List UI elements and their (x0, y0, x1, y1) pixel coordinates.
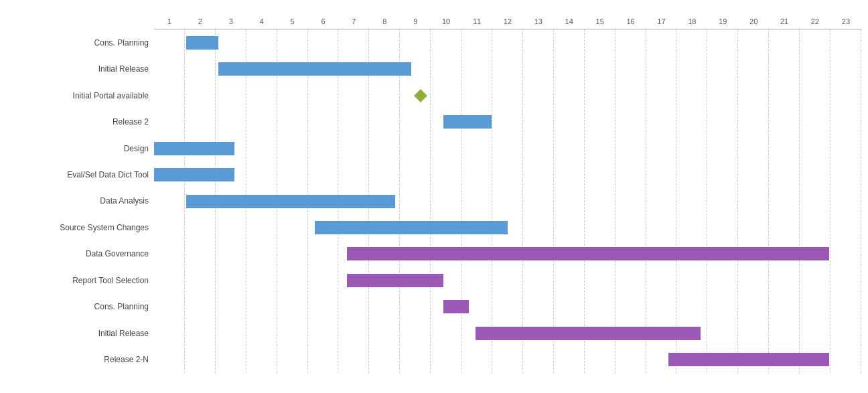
gantt-bar-blue (154, 142, 234, 155)
gantt-bar-blue (154, 168, 234, 181)
axis-cell: 21 (769, 13, 800, 29)
row-label: Data Analysis (7, 189, 154, 213)
bar-row (154, 82, 861, 108)
axis-cell: 23 (830, 13, 861, 29)
gantt-bar-blue (315, 221, 508, 234)
row-label: Data Governance (7, 242, 154, 266)
axis-cell: 5 (277, 13, 308, 29)
axis-cell: 1 (154, 13, 185, 29)
axis-cell: 10 (431, 13, 461, 29)
row-label: Cons. Planning (7, 295, 154, 319)
bar-row (154, 347, 861, 373)
axis-cell: 2 (185, 13, 216, 29)
bar-row (154, 294, 861, 320)
gantt-bar-purple (347, 247, 829, 260)
gantt-bar-blue (186, 195, 395, 208)
axis-cell: 11 (461, 13, 492, 29)
gantt-bar-blue (186, 36, 218, 50)
axis-cell: 13 (523, 13, 554, 29)
row-label: Release 2-N (7, 347, 154, 372)
gantt-bar-blue (443, 115, 492, 129)
row-label: Source System Changes (7, 216, 154, 240)
bars-rows (154, 29, 861, 373)
axis-row: 1234567891011121314151617181920212223 (154, 13, 861, 29)
row-label: Report Tool Selection (7, 268, 154, 293)
axis-cell: 22 (800, 13, 830, 29)
axis-cell: 15 (585, 13, 616, 29)
bar-row (154, 108, 861, 135)
bar-row (154, 188, 861, 214)
bar-row (154, 29, 861, 56)
axis-cell: 20 (738, 13, 769, 29)
bar-row (154, 56, 861, 82)
row-label: Eval/Sel Data Dict Tool (7, 163, 154, 187)
bar-row (154, 214, 861, 240)
chart-container: Cons. PlanningInitial ReleaseInitial Por… (0, 0, 868, 393)
axis-cell: 6 (308, 13, 339, 29)
labels-column: Cons. PlanningInitial ReleaseInitial Por… (7, 13, 154, 373)
row-label: Initial Release (7, 57, 154, 81)
row-label: Cons. Planning (7, 31, 154, 55)
axis-cell: 4 (246, 13, 277, 29)
axis-cell: 3 (216, 13, 246, 29)
axis-cell: 16 (616, 13, 646, 29)
bar-row (154, 241, 861, 267)
row-label: Initial Portal available (7, 84, 154, 108)
gantt-column: 1234567891011121314151617181920212223 (154, 13, 861, 373)
axis-cell: 19 (707, 13, 738, 29)
gantt-bar-purple (668, 353, 829, 366)
gantt-bar-purple (347, 274, 443, 287)
bar-row (154, 161, 861, 187)
axis-cell: 9 (400, 13, 431, 29)
gantt-bar-purple (443, 300, 469, 313)
row-label: Initial Release (7, 321, 154, 345)
axis-cell: 18 (676, 13, 707, 29)
milestone-diamond (414, 89, 427, 102)
chart-area: Cons. PlanningInitial ReleaseInitial Por… (7, 13, 861, 373)
bar-row (154, 320, 861, 346)
bars-area (154, 29, 861, 373)
axis-cell: 17 (646, 13, 677, 29)
row-label: Design (7, 137, 154, 161)
axis-cell: 8 (369, 13, 400, 29)
axis-cell: 14 (554, 13, 585, 29)
axis-cell: 12 (492, 13, 523, 29)
bar-row (154, 135, 861, 161)
gantt-bar-purple (476, 327, 701, 340)
bar-row (154, 267, 861, 293)
row-label: Release 2 (7, 110, 154, 134)
gantt-bar-blue (218, 62, 411, 76)
axis-cell: 7 (338, 13, 369, 29)
